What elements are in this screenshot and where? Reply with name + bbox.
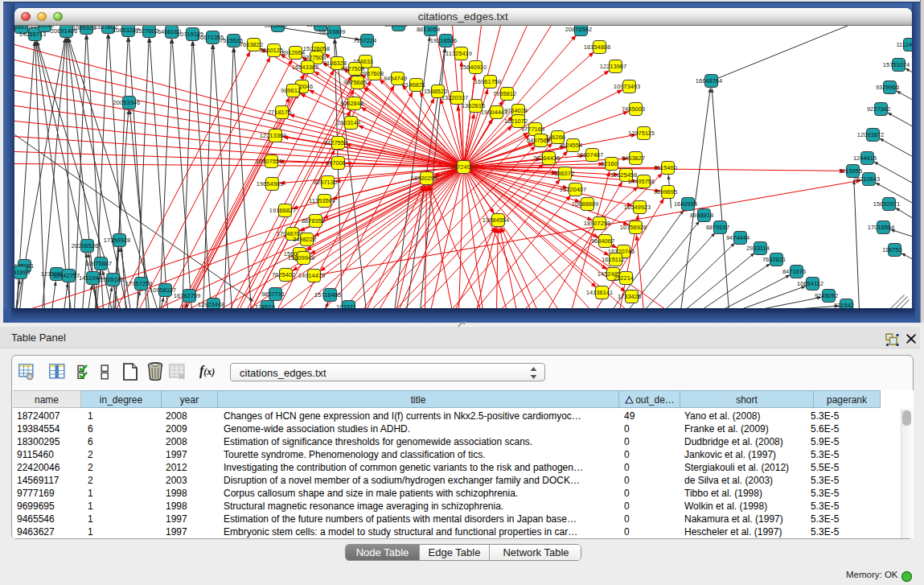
svg-text:8813054: 8813054 xyxy=(416,26,439,33)
svg-text:20876562: 20876562 xyxy=(565,26,591,33)
svg-text:10107553: 10107553 xyxy=(255,158,281,165)
svg-text:9474444: 9474444 xyxy=(725,234,749,241)
svg-text:2718176: 2718176 xyxy=(267,109,290,116)
svg-text:16154808: 16154808 xyxy=(583,43,610,51)
svg-text:11325419: 11325419 xyxy=(446,50,472,57)
svg-text:13220337: 13220337 xyxy=(441,94,467,101)
svg-text:10654112: 10654112 xyxy=(797,280,823,287)
svg-text:14914479: 14914479 xyxy=(298,272,324,279)
svg-text:9146821: 9146821 xyxy=(401,81,425,89)
svg-text:15640910: 15640910 xyxy=(459,64,486,71)
svg-text:1112490: 1112490 xyxy=(896,41,912,48)
svg-text:7632821: 7632821 xyxy=(762,256,785,263)
svg-text:20206526: 20206526 xyxy=(71,242,97,249)
svg-text:12213369: 12213369 xyxy=(259,132,285,139)
svg-text:15609949: 15609949 xyxy=(287,254,314,262)
svg-text:12142757: 12142757 xyxy=(52,272,79,279)
svg-text:8938918: 8938918 xyxy=(689,212,713,219)
svg-text:10973493: 10973493 xyxy=(613,83,639,90)
svg-text:8427552: 8427552 xyxy=(323,139,347,146)
svg-text:16648764: 16648764 xyxy=(695,77,721,84)
svg-text:9875685: 9875685 xyxy=(343,79,366,86)
svg-text:15716485: 15716485 xyxy=(314,291,340,299)
svg-text:16549923: 16549923 xyxy=(623,204,650,211)
svg-text:16543382: 16543382 xyxy=(291,64,318,71)
svg-text:746266: 746266 xyxy=(544,134,565,141)
svg-text:1527602: 1527602 xyxy=(134,27,158,35)
svg-text:10756928: 10756928 xyxy=(619,224,646,231)
svg-text:9115460: 9115460 xyxy=(264,26,287,29)
svg-text:1921850: 1921850 xyxy=(384,26,407,28)
svg-text:18300295: 18300295 xyxy=(410,175,437,182)
svg-text:19218506: 19218506 xyxy=(429,37,456,44)
svg-text:14136141: 14136141 xyxy=(585,289,612,296)
svg-text:3215955: 3215955 xyxy=(838,167,861,175)
svg-text:2933114: 2933114 xyxy=(746,245,770,252)
svg-text:9699695: 9699695 xyxy=(653,188,676,196)
svg-text:2803144: 2803144 xyxy=(336,119,359,126)
svg-text:7485003: 7485003 xyxy=(621,105,644,113)
svg-text:9227342: 9227342 xyxy=(866,105,889,113)
svg-text:10807487: 10807487 xyxy=(576,151,602,159)
svg-text:9777169: 9777169 xyxy=(520,126,544,133)
svg-text:7955812: 7955812 xyxy=(492,90,515,97)
svg-text:16782759: 16782759 xyxy=(173,292,199,299)
svg-text:9734024: 9734024 xyxy=(503,107,527,114)
svg-text:18907299: 18907299 xyxy=(583,220,610,227)
svg-text:8912954: 8912954 xyxy=(281,49,304,56)
svg-text:1640954: 1640954 xyxy=(673,200,696,208)
svg-text:12975115: 12975115 xyxy=(628,130,655,137)
svg-text:16961758: 16961758 xyxy=(474,78,500,85)
svg-text:20364436: 20364436 xyxy=(532,154,559,162)
svg-text:15692971: 15692971 xyxy=(873,200,899,208)
svg-text:19384554: 19384554 xyxy=(482,216,508,224)
svg-text:989612: 989612 xyxy=(280,87,300,94)
svg-text:20053346: 20053346 xyxy=(113,99,139,106)
svg-text:12093872: 12093872 xyxy=(856,131,883,138)
svg-text:3624554: 3624554 xyxy=(558,142,581,149)
svg-text:17359928: 17359928 xyxy=(103,237,129,244)
svg-text:9327503: 9327503 xyxy=(302,54,325,61)
svg-text:1391893: 1391893 xyxy=(14,269,30,276)
svg-text:252214: 252214 xyxy=(613,274,633,282)
svg-text:9245052: 9245052 xyxy=(814,292,837,299)
svg-text:6879197: 6879197 xyxy=(705,224,729,231)
svg-text:17016504: 17016504 xyxy=(867,224,893,231)
svg-text:12923448: 12923448 xyxy=(197,301,224,308)
svg-text:8267130: 8267130 xyxy=(313,179,336,186)
svg-text:617006: 617006 xyxy=(325,159,345,167)
svg-text:17957253: 17957253 xyxy=(125,280,151,287)
svg-text:1085328: 1085328 xyxy=(72,26,95,31)
svg-text:931542: 931542 xyxy=(833,302,853,309)
svg-text:12213967: 12213967 xyxy=(599,63,626,70)
svg-text:15751074: 15751074 xyxy=(882,61,909,68)
svg-text:9684067: 9684067 xyxy=(590,237,614,245)
svg-text:2867608: 2867608 xyxy=(359,70,383,77)
svg-text:9329966: 9329966 xyxy=(875,84,898,91)
svg-text:7357224: 7357224 xyxy=(352,37,376,44)
svg-text:9242848: 9242848 xyxy=(339,100,363,107)
svg-text:1244415: 1244415 xyxy=(852,154,876,162)
svg-text:11353594: 11353594 xyxy=(309,197,335,204)
svg-text:14495756: 14495756 xyxy=(627,178,654,185)
svg-text:18724007: 18724007 xyxy=(450,163,476,171)
svg-text:3498222: 3498222 xyxy=(292,236,315,243)
svg-text:19654983: 19654983 xyxy=(256,180,282,187)
svg-text:9115460: 9115460 xyxy=(654,164,677,171)
svg-text:19166827: 19166827 xyxy=(269,207,295,214)
svg-text:15720407: 15720407 xyxy=(559,186,585,193)
svg-text:163371: 163371 xyxy=(335,303,355,309)
svg-text:1733426: 1733426 xyxy=(617,293,640,300)
svg-text:12505185: 12505185 xyxy=(97,276,123,283)
svg-text:10958117: 10958117 xyxy=(150,286,176,294)
svg-text:9463627: 9463627 xyxy=(621,154,644,162)
svg-text:16210643: 16210643 xyxy=(852,175,879,183)
svg-text:7386372: 7386372 xyxy=(550,170,573,177)
svg-text:1621072: 1621072 xyxy=(503,117,527,125)
svg-text:9857791: 9857791 xyxy=(261,290,284,298)
svg-text:8878352: 8878352 xyxy=(301,217,324,225)
svg-text:10688609: 10688609 xyxy=(571,200,598,208)
svg-text:1615112: 1615112 xyxy=(602,256,625,263)
svg-text:116753: 116753 xyxy=(882,246,901,253)
svg-text:7625402: 7625402 xyxy=(271,271,294,278)
